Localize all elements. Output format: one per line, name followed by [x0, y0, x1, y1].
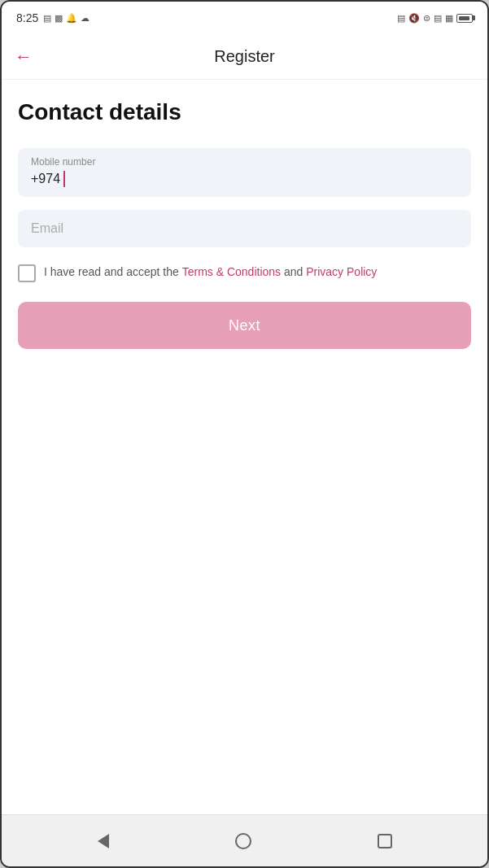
- bell-icon: 🔔: [66, 13, 77, 24]
- nav-home-button[interactable]: [229, 827, 258, 856]
- wifi-icon: ⊜: [423, 13, 430, 24]
- status-time: 8:25: [16, 11, 38, 24]
- email-input-container[interactable]: [18, 210, 471, 247]
- back-triangle-icon: [98, 834, 109, 848]
- photo-icon: ▤: [43, 13, 51, 24]
- mobile-label: Mobile number: [31, 156, 458, 168]
- battery-icon: [456, 14, 473, 23]
- terms-row: I have read and accept the Terms & Condi…: [18, 264, 471, 282]
- nav-recent-button[interactable]: [371, 827, 399, 855]
- page-title: Contact details: [18, 99, 471, 125]
- app-header: ← Register: [2, 34, 487, 80]
- phone-frame: 8:25 ▤ ▩ 🔔 ☁ ▤ 🔇 ⊜ ▤ ▦ ← Register Contac…: [0, 0, 489, 868]
- terms-middle: and: [281, 265, 306, 278]
- home-circle-icon: [235, 833, 251, 849]
- header-title: Register: [214, 47, 274, 66]
- terms-prefix: I have read and accept the: [44, 265, 182, 278]
- phone-input-row: +974: [31, 171, 458, 187]
- back-button[interactable]: ←: [15, 45, 39, 69]
- privacy-policy-link[interactable]: Privacy Policy: [306, 265, 377, 278]
- main-content: Contact details Mobile number +974 I hav…: [2, 80, 487, 814]
- nav-back-button[interactable]: [91, 827, 116, 855]
- mute-icon: 🔇: [408, 13, 420, 24]
- terms-text: I have read and accept the Terms & Condi…: [44, 264, 377, 281]
- recent-square-icon: [378, 834, 392, 848]
- cloud-icon: ☁: [81, 13, 90, 24]
- terms-conditions-link[interactable]: Terms & Conditions: [182, 265, 281, 278]
- signal-icon: ▤: [434, 13, 442, 24]
- signal-x-icon: ▦: [445, 13, 453, 24]
- sim-icon: ▤: [397, 13, 405, 24]
- status-bar-left: 8:25 ▤ ▩ 🔔 ☁: [16, 11, 90, 24]
- phone-input[interactable]: [65, 172, 458, 186]
- caption-icon: ▩: [55, 13, 63, 24]
- country-code: +974: [31, 172, 60, 186]
- status-icons-right: ▤ 🔇 ⊜ ▤ ▦: [397, 13, 473, 24]
- mobile-input-container[interactable]: Mobile number +974: [18, 148, 471, 197]
- status-icons-left: ▤ ▩ 🔔 ☁: [43, 13, 90, 24]
- next-button[interactable]: Next: [18, 302, 471, 349]
- email-input[interactable]: [31, 221, 458, 236]
- status-bar: 8:25 ▤ ▩ 🔔 ☁ ▤ 🔇 ⊜ ▤ ▦: [2, 2, 487, 34]
- terms-checkbox[interactable]: [18, 264, 36, 282]
- bottom-nav: [2, 814, 487, 866]
